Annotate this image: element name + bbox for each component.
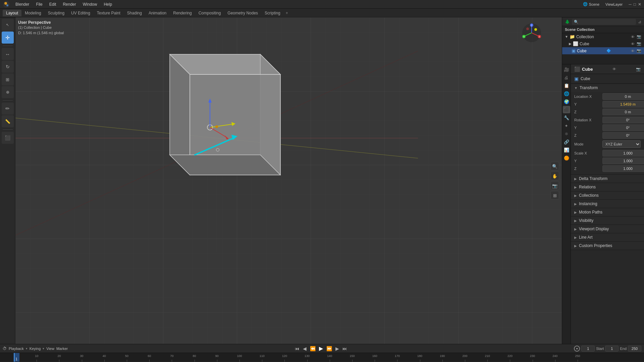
prop-icon-physics[interactable]: ⚛	[563, 130, 570, 137]
prop-icon-output[interactable]: 🖨	[563, 74, 570, 81]
tab-geometry-nodes[interactable]: Geometry Nodes	[224, 10, 261, 16]
tool-select[interactable]: ↖	[2, 19, 14, 31]
tool-annotate[interactable]: ✏	[2, 103, 14, 115]
scene-selector[interactable]: 🌐Scene	[583, 2, 599, 6]
delta-transform-header[interactable]: ▶ Delta Transform	[571, 175, 644, 183]
custom-properties-header[interactable]: ▶ Custom Properties	[571, 242, 644, 250]
tool-transform[interactable]: ⊕	[2, 86, 14, 98]
prop-object-icon: ⬛	[574, 66, 580, 72]
svg-text:Y: Y	[523, 36, 525, 38]
viewport[interactable]: ▣ Object Mode ▾ ⬜ ⬛ 🔵 ☀ Orientation: 🌐 G…	[15, 17, 562, 344]
tab-shading[interactable]: Shading	[124, 10, 145, 16]
tool-rotate[interactable]: ↻	[2, 61, 14, 73]
play-btn[interactable]: ▶	[318, 345, 324, 352]
relations-header[interactable]: ▶ Relations	[571, 183, 644, 191]
prop-icon-material[interactable]: 🟠	[563, 154, 570, 162]
location-z-input[interactable]	[602, 109, 644, 115]
menu-render[interactable]: Render	[60, 1, 78, 7]
prop-icon-data[interactable]: 📊	[563, 146, 570, 154]
prop-icon-world[interactable]: 🌍	[563, 98, 570, 105]
tab-uv-editing[interactable]: UV Editing	[68, 10, 94, 16]
collections-header[interactable]: ▶ Collections	[571, 191, 644, 199]
view-menu[interactable]: View	[46, 347, 54, 351]
marker-menu[interactable]: Marker	[56, 347, 68, 351]
tool-move[interactable]: ↔	[2, 48, 14, 60]
scale-x-input[interactable]	[602, 150, 644, 157]
location-y-label: Y	[574, 102, 601, 106]
prev-keyframe-btn[interactable]: ⏪	[309, 346, 317, 351]
timeline-playhead[interactable]	[14, 353, 15, 362]
prop-icon-object[interactable]: ⬛	[563, 106, 570, 113]
vp-grid-button[interactable]: ⊞	[550, 191, 559, 200]
start-frame-input[interactable]	[605, 346, 619, 352]
tab-sculpting[interactable]: Sculpting	[45, 10, 68, 16]
prop-icon-render[interactable]: 🎥	[563, 66, 570, 73]
location-y-row: Y 🔒	[574, 101, 641, 108]
motion-paths-header[interactable]: ▶ Motion Paths	[571, 208, 644, 216]
viewport-display-header[interactable]: ▶ Viewport Display	[571, 225, 644, 233]
current-frame-input[interactable]	[581, 346, 595, 352]
prop-obj-render-icon[interactable]: 📷	[636, 67, 641, 71]
jump-end-btn[interactable]: ⏭	[341, 346, 348, 351]
prop-icon-scene[interactable]: 🌐	[563, 90, 570, 97]
rotation-label: Rotation X	[574, 118, 601, 122]
tool-cursor[interactable]: ✛	[2, 32, 14, 44]
view-layer-selector[interactable]: ViewLayer	[605, 2, 623, 6]
location-y-input[interactable]	[602, 101, 644, 108]
prop-section-transform-header[interactable]: ▼ Transform	[571, 84, 644, 92]
vp-zoom-button[interactable]: 🔍	[550, 162, 559, 171]
menu-blender[interactable]: Blender	[13, 1, 32, 7]
jump-start-btn[interactable]: ⏮	[294, 346, 301, 351]
rotation-y-input[interactable]	[602, 124, 644, 131]
prop-section-viewport-display: ▶ Viewport Display	[571, 225, 644, 233]
keying-dropdown[interactable]: ▾	[43, 347, 44, 350]
tab-scripting[interactable]: Scripting	[261, 10, 284, 16]
vp-camera-button[interactable]: 📷	[550, 181, 559, 190]
rotation-mode-select[interactable]: XYZ Euler	[602, 140, 641, 148]
playback-dropdown[interactable]: ▾	[26, 347, 28, 350]
tab-animation[interactable]: Animation	[145, 10, 170, 16]
prop-icon-view-layer[interactable]: 📋	[563, 82, 570, 89]
tab-layout[interactable]: Layout	[3, 10, 21, 16]
visibility-header[interactable]: ▶ Visibility	[571, 217, 644, 225]
menu-file[interactable]: File	[33, 1, 45, 7]
prev-frame-btn[interactable]: ◀	[302, 346, 308, 351]
next-keyframe-btn[interactable]: ⏩	[325, 346, 333, 351]
location-x-input[interactable]	[602, 93, 644, 100]
mode-label: Mode	[574, 142, 601, 146]
keying-menu[interactable]: Keying	[30, 347, 41, 351]
tab-compositing[interactable]: Compositing	[195, 10, 224, 16]
rotation-z-input[interactable]	[602, 132, 644, 139]
menu-edit[interactable]: Edit	[47, 1, 59, 7]
window-controls[interactable]: ─□✕	[629, 2, 641, 7]
instancing-header[interactable]: ▶ Instancing	[571, 200, 644, 208]
tool-measure[interactable]: 📏	[2, 115, 14, 127]
tab-texture-paint[interactable]: Texture Paint	[94, 10, 124, 16]
vp-pan-button[interactable]: ✋	[550, 172, 559, 180]
outliner-filter-icon[interactable]: ⊿	[638, 19, 641, 24]
tab-add[interactable]: +	[284, 10, 290, 16]
line-art-header[interactable]: ▶ Line Art	[571, 233, 644, 241]
menu-help[interactable]: Help	[101, 1, 115, 7]
outliner-item-collection-parent[interactable]: ▼ 📁 Collection 👁 📷	[562, 33, 644, 40]
end-frame-input[interactable]	[628, 346, 641, 352]
scale-y-input[interactable]	[602, 158, 644, 164]
outliner-search[interactable]	[572, 19, 636, 25]
menu-window[interactable]: Window	[80, 1, 100, 7]
tab-rendering[interactable]: Rendering	[170, 10, 195, 16]
prop-obj-visibility-icon[interactable]: 👁	[612, 67, 616, 71]
prop-icon-constraints[interactable]: 🔗	[563, 138, 570, 145]
outliner-item-cube-selected[interactable]: ▣ Cube 🔷 👁 📷	[562, 47, 644, 54]
tool-scale[interactable]: ⊞	[2, 73, 14, 85]
next-frame-btn[interactable]: ▶	[334, 346, 340, 351]
playback-menu[interactable]: Playback	[9, 347, 24, 351]
rotation-x-input[interactable]	[602, 117, 644, 123]
viewport-gizmo[interactable]: Z X Y	[522, 23, 542, 43]
prop-icon-particles[interactable]: ✦	[563, 122, 570, 129]
timeline-ruler[interactable]: 1102030405060708090100110120130140150160…	[0, 353, 644, 362]
prop-icon-modifiers[interactable]: 🔧	[563, 114, 570, 121]
scale-z-input[interactable]	[602, 165, 644, 172]
outliner-item-cube-mesh[interactable]: ▶ ⬜ Cube 👁 📷	[562, 40, 644, 47]
tab-modeling[interactable]: Modeling	[21, 10, 45, 16]
tool-add-cube[interactable]: ⬛	[2, 132, 14, 144]
